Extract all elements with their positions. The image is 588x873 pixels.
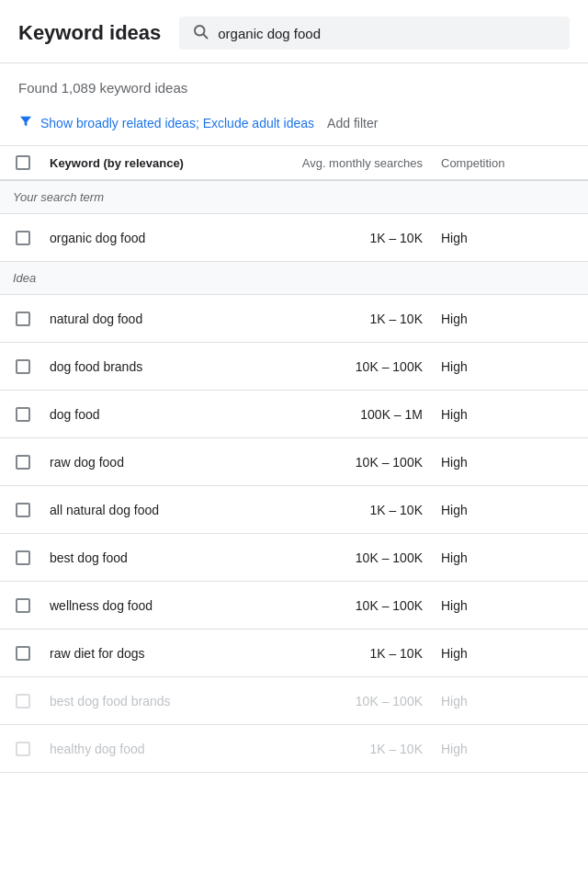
col-keyword-header: Keyword (by relevance): [46, 156, 257, 170]
page-title: Keyword ideas: [18, 21, 161, 45]
row-monthly: 100K – 1M: [257, 407, 441, 422]
table-row: dog food 100K – 1M High: [0, 391, 588, 438]
row-keyword: wellness dog food: [46, 598, 257, 613]
filter-icon: [18, 114, 33, 132]
table-row: wellness dog food 10K – 100K High: [0, 582, 588, 629]
row-monthly: 10K – 100K: [257, 455, 441, 470]
row-checkbox[interactable]: [16, 407, 30, 422]
row-monthly: 10K – 100K: [257, 550, 441, 565]
row-keyword: best dog food brands: [46, 694, 257, 709]
table-row: raw diet for dogs 1K – 10K High: [0, 629, 588, 677]
row-checkbox[interactable]: [16, 312, 30, 326]
row-keyword: dog food: [46, 407, 257, 422]
row-checkbox[interactable]: [16, 231, 30, 245]
row-competition: High: [441, 455, 588, 470]
row-checkbox-col: [0, 598, 46, 613]
row-monthly: 10K – 100K: [257, 598, 441, 613]
search-box[interactable]: organic dog food: [179, 17, 570, 50]
row-monthly: 1K – 10K: [257, 742, 441, 756]
row-keyword: all natural dog food: [46, 503, 257, 517]
table-row: best dog food 10K – 100K High: [0, 534, 588, 582]
row-checkbox-col: [0, 550, 46, 565]
add-filter-button[interactable]: Add filter: [327, 116, 378, 130]
col-monthly-header: Avg. monthly searches: [257, 156, 441, 170]
row-checkbox[interactable]: [16, 694, 30, 709]
table-row: organic dog food 1K – 10K High: [0, 214, 588, 262]
row-checkbox[interactable]: [16, 550, 30, 565]
row-keyword: best dog food: [46, 550, 257, 565]
row-keyword: natural dog food: [46, 312, 257, 326]
found-text: Found 1,089 keyword ideas: [18, 80, 187, 96]
table-row: all natural dog food 1K – 10K High: [0, 486, 588, 534]
table-row: raw dog food 10K – 100K High: [0, 438, 588, 486]
table-row: healthy dog food 1K – 10K High: [0, 725, 588, 773]
table-row: best dog food brands 10K – 100K High: [0, 677, 588, 725]
row-monthly: 10K – 100K: [257, 694, 441, 709]
row-keyword: raw diet for dogs: [46, 646, 257, 661]
row-keyword: healthy dog food: [46, 742, 257, 756]
header: Keyword ideas organic dog food: [0, 0, 588, 63]
row-competition: High: [441, 231, 588, 245]
row-monthly: 1K – 10K: [257, 312, 441, 326]
svg-line-1: [204, 34, 208, 38]
row-checkbox-col: [0, 455, 46, 470]
row-monthly: 1K – 10K: [257, 503, 441, 517]
row-monthly: 1K – 10K: [257, 646, 441, 661]
search-icon: [192, 23, 209, 43]
header-checkbox-col: [0, 155, 46, 170]
row-checkbox[interactable]: [16, 646, 30, 661]
table-row: dog food brands 10K – 100K High: [0, 343, 588, 391]
row-keyword: dog food brands: [46, 359, 257, 374]
row-competition: High: [441, 407, 588, 422]
row-competition: High: [441, 359, 588, 374]
row-competition: High: [441, 742, 588, 756]
row-checkbox[interactable]: [16, 742, 30, 756]
table-row: natural dog food 1K – 10K High: [0, 295, 588, 343]
row-checkbox-col: [0, 407, 46, 422]
row-monthly: 10K – 100K: [257, 359, 441, 374]
row-checkbox-col: [0, 359, 46, 374]
row-competition: High: [441, 312, 588, 326]
table-header: Keyword (by relevance) Avg. monthly sear…: [0, 146, 588, 181]
section-label-search-term: Your search term: [0, 181, 588, 214]
row-checkbox[interactable]: [16, 359, 30, 374]
row-competition: High: [441, 646, 588, 661]
row-checkbox-col: [0, 742, 46, 756]
row-checkbox-col: [0, 503, 46, 517]
row-keyword: raw dog food: [46, 455, 257, 470]
row-checkbox[interactable]: [16, 598, 30, 613]
found-bar: Found 1,089 keyword ideas: [0, 63, 588, 105]
row-competition: High: [441, 550, 588, 565]
row-monthly: 1K – 10K: [257, 231, 441, 245]
filter-row: Show broadly related ideas; Exclude adul…: [0, 105, 588, 146]
row-checkbox-col: [0, 312, 46, 326]
row-keyword: organic dog food: [46, 231, 257, 245]
filter-links[interactable]: Show broadly related ideas; Exclude adul…: [40, 116, 314, 130]
row-checkbox[interactable]: [16, 455, 30, 470]
row-competition: High: [441, 503, 588, 517]
section-label-idea: Idea: [0, 262, 588, 295]
row-competition: High: [441, 598, 588, 613]
keyword-table: Keyword (by relevance) Avg. monthly sear…: [0, 146, 588, 773]
search-input-value: organic dog food: [218, 26, 321, 41]
row-checkbox-col: [0, 231, 46, 245]
row-checkbox-col: [0, 694, 46, 709]
row-checkbox-col: [0, 646, 46, 661]
select-all-checkbox[interactable]: [16, 155, 30, 170]
row-competition: High: [441, 694, 588, 709]
row-checkbox[interactable]: [16, 503, 30, 517]
col-competition-header: Competition: [441, 156, 588, 170]
